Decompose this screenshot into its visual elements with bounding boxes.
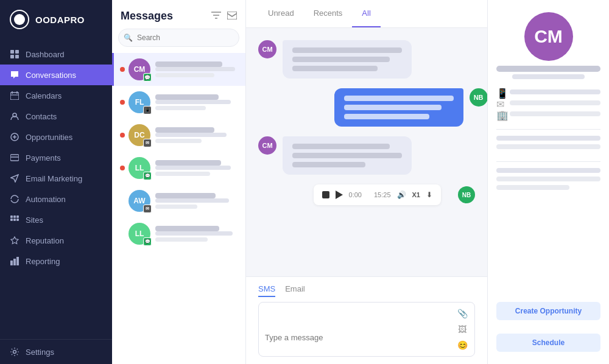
tab-sms[interactable]: SMS (258, 284, 275, 297)
credit-card-icon (10, 153, 19, 163)
audio-message: 0:00 15:25 🔊 X1 ⬇ NB (301, 184, 475, 205)
schedule-button[interactable]: Schedule (496, 334, 600, 352)
audio-volume-icon[interactable]: 🔊 (397, 191, 406, 199)
unread-dot (120, 166, 125, 170)
conv-msg-bar (155, 166, 231, 170)
unread-dot (120, 100, 125, 105)
messages-panel: Messages 🔍 CM 💬 (112, 0, 246, 364)
avatar: LL 💬 (128, 223, 150, 245)
channel-badge-phone: 📱 (143, 106, 152, 114)
message-avatar: CM (258, 40, 276, 58)
contact-avatar-large: CM (524, 12, 573, 61)
conv-info (155, 94, 239, 110)
svg-rect-15 (13, 215, 16, 218)
search-box: 🔍 (118, 29, 239, 47)
phone-icon: 📱 (496, 88, 505, 96)
sidebar-item-reporting[interactable]: Reporting (0, 251, 112, 271)
sidebar-item-email-marketing[interactable]: Email Marketing (0, 168, 112, 189)
svg-rect-20 (10, 261, 13, 265)
message-input-row: 📎 🖼 😊 (258, 302, 475, 357)
sidebar-item-conversations[interactable]: Conversations (0, 65, 112, 85)
filter-icon[interactable] (211, 11, 221, 22)
logo: OODAPRO (0, 0, 112, 39)
svg-rect-16 (16, 215, 19, 218)
message-sent: NB (334, 88, 475, 127)
audio-stop-button[interactable] (322, 191, 329, 198)
list-item[interactable]: LL 💬 (112, 152, 245, 184)
messages-actions (211, 11, 237, 22)
conv-msg-bar (155, 133, 227, 137)
right-spacer (496, 202, 600, 293)
conv-info (155, 193, 239, 209)
conv-info (155, 160, 239, 176)
settings-item[interactable]: Settings (0, 339, 112, 364)
tag-bar-2 (496, 144, 600, 149)
conv-msg-bar (155, 198, 229, 203)
list-item[interactable]: LL 💬 (112, 217, 245, 250)
sidebar-item-reputation[interactable]: Reputation (0, 230, 112, 251)
audio-speed[interactable]: X1 (412, 191, 420, 198)
audio-time-end: 15:25 (374, 191, 391, 198)
list-item[interactable]: FL 📱 (112, 86, 245, 119)
svg-rect-14 (10, 215, 13, 218)
sidebar-item-label: Email Marketing (26, 174, 82, 183)
attachment-icon[interactable]: 📎 (456, 307, 468, 320)
audio-time-start: 0:00 (349, 191, 362, 198)
search-input[interactable] (118, 29, 239, 47)
sidebar-item-calendars[interactable]: Calendars (0, 85, 112, 106)
image-icon[interactable]: 🖼 (456, 323, 468, 335)
contact-name-bar (496, 66, 600, 72)
svg-rect-3 (15, 55, 19, 58)
audio-player: 0:00 15:25 🔊 X1 ⬇ (314, 184, 441, 205)
conv-name-bar (155, 226, 219, 231)
list-item[interactable]: CM 💬 (112, 53, 245, 86)
tab-email[interactable]: Email (285, 284, 305, 297)
sidebar-item-sites[interactable]: Sites (0, 209, 112, 230)
right-section-tags (496, 129, 600, 153)
conv-msg-bar (155, 231, 233, 236)
svg-rect-0 (10, 50, 14, 54)
sidebar-item-label: Payments (26, 153, 61, 163)
audio-play-button[interactable] (336, 191, 343, 199)
sidebar-item-opportunities[interactable]: Opportunities (0, 127, 112, 147)
message-received: CM (258, 40, 399, 79)
gear-icon (10, 347, 19, 357)
conv-msg-bar2 (155, 139, 202, 143)
svg-rect-17 (10, 219, 13, 221)
conv-name-bar (155, 127, 214, 133)
sidebar-item-automation[interactable]: Automation (0, 189, 112, 209)
sidebar-item-label: Settings (26, 348, 54, 357)
sidebar-item-payments[interactable]: Payments (0, 147, 112, 168)
conv-msg-bar (155, 100, 231, 104)
plus-circle-icon (10, 132, 19, 142)
emoji-icon[interactable]: 😊 (456, 339, 468, 351)
svg-rect-18 (13, 219, 16, 221)
tab-unread[interactable]: Unread (258, 0, 304, 27)
list-item[interactable]: DC ✉ (112, 119, 245, 152)
input-icons: 📎 🖼 😊 (456, 307, 468, 351)
tab-all[interactable]: All (352, 0, 380, 27)
contact-sub-bar (512, 74, 585, 79)
mail-icon[interactable] (227, 11, 237, 22)
right-panel: CM 📱 ✉ 🏢 Create Opportunity Schedule (487, 0, 609, 364)
sidebar-item-dashboard[interactable]: Dashboard (0, 44, 112, 65)
contact-phone-bar (510, 89, 600, 94)
svg-rect-2 (10, 55, 14, 58)
contact-extra-row: 🏢 (496, 110, 600, 118)
message-bubble-sent (334, 88, 463, 127)
list-item[interactable]: AW ✉ (112, 184, 245, 217)
sidebar-item-contacts[interactable]: Contacts (0, 106, 112, 127)
message-input[interactable] (265, 333, 451, 351)
audio-download-icon[interactable]: ⬇ (426, 191, 432, 199)
create-opportunity-button[interactable]: Create Opportunity (496, 302, 600, 320)
chat-tabs: Unread Recents All (246, 0, 487, 28)
building-icon: 🏢 (496, 110, 505, 118)
conv-msg-bar2 (155, 73, 214, 77)
contact-email-bar (510, 100, 600, 105)
note-bar-1 (496, 168, 600, 173)
conv-info (155, 127, 239, 143)
star-icon (10, 236, 19, 245)
svg-rect-27 (227, 12, 237, 19)
tab-recents[interactable]: Recents (304, 0, 353, 27)
sidebar-item-settings[interactable]: Settings (10, 347, 102, 357)
